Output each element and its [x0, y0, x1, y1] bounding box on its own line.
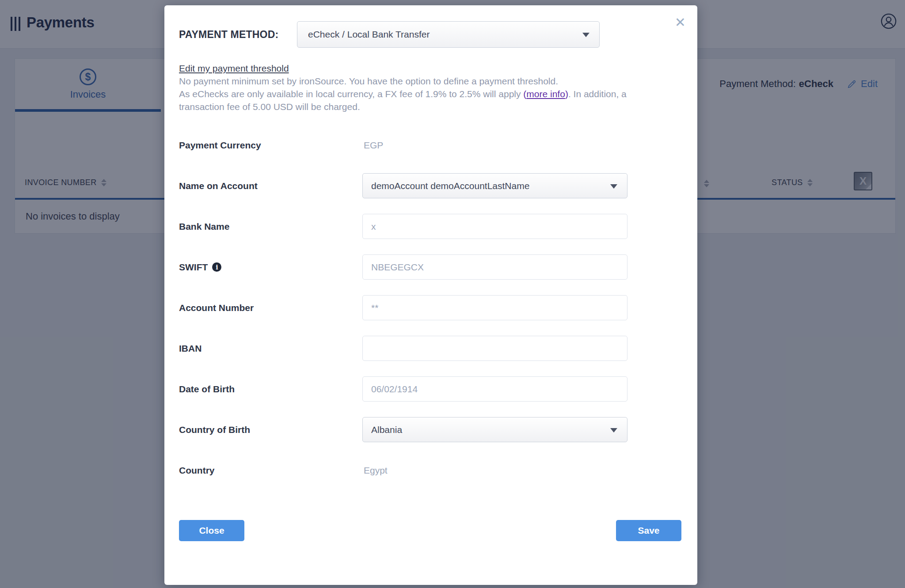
field-row-account-number: Account Number [179, 295, 681, 320]
country-of-birth-select[interactable]: Albania [362, 417, 627, 442]
iban-label: IBAN [179, 343, 362, 354]
payment-currency-label: Payment Currency [179, 140, 362, 151]
payment-method-row: PAYMENT METHOD: eCheck / Local Bank Tran… [179, 21, 681, 48]
payment-method-modal: ✕ PAYMENT METHOD: eCheck / Local Bank Tr… [164, 5, 697, 585]
field-row-iban: IBAN [179, 336, 681, 361]
field-row-country-of-birth: Country of Birth Albania [179, 417, 681, 442]
threshold-info: Edit my payment threshold No payment min… [179, 62, 681, 113]
modal-title: PAYMENT METHOD: [179, 29, 297, 41]
field-row-payment-currency: Payment Currency EGP [179, 133, 681, 158]
close-button[interactable]: Close [179, 520, 244, 541]
modal-footer: Close Save [179, 520, 681, 541]
payment-method-select[interactable]: eCheck / Local Bank Transfer [297, 21, 600, 48]
info-icon[interactable]: i [212, 262, 221, 272]
app-root: Payments $ Invoices Payment Method: eChe… [0, 0, 905, 588]
bank-name-label: Bank Name [179, 221, 362, 232]
threshold-line-1: No payment minimum set by ironSource. Yo… [179, 75, 681, 87]
iban-input[interactable] [362, 336, 627, 361]
swift-label: SWIFT i [179, 262, 362, 273]
edit-threshold-link[interactable]: Edit my payment threshold [179, 63, 289, 73]
chevron-down-icon [582, 33, 589, 37]
date-of-birth-label: Date of Birth [179, 384, 362, 395]
save-button[interactable]: Save [616, 520, 681, 541]
payment-currency-value: EGP [362, 140, 383, 150]
field-row-bank-name: Bank Name [179, 214, 681, 239]
field-row-country: Country Egypt [179, 458, 681, 483]
chevron-down-icon [610, 428, 617, 432]
field-row-date-of-birth: Date of Birth [179, 376, 681, 402]
threshold-line-2: As eChecks are only available in local c… [179, 87, 681, 100]
bank-name-input[interactable] [362, 214, 627, 239]
threshold-line-3: transaction fee of 5.00 USD will be char… [179, 100, 681, 113]
account-number-input[interactable] [362, 295, 627, 320]
close-icon[interactable]: ✕ [675, 16, 686, 29]
swift-input[interactable] [362, 254, 627, 280]
date-of-birth-input[interactable] [362, 376, 627, 402]
field-row-swift: SWIFT i [179, 254, 681, 280]
chevron-down-icon [610, 184, 617, 189]
more-info-link[interactable]: more info [526, 89, 565, 99]
name-on-account-label: Name on Account [179, 181, 362, 191]
country-label: Country [179, 465, 362, 476]
field-row-name-on-account: Name on Account demoAccount demoAccountL… [179, 173, 681, 198]
country-of-birth-label: Country of Birth [179, 425, 362, 435]
name-on-account-select[interactable]: demoAccount demoAccountLastName [362, 173, 627, 198]
country-value: Egypt [362, 465, 388, 475]
account-number-label: Account Number [179, 303, 362, 313]
payment-form: Payment Currency EGP Name on Account dem… [179, 133, 681, 483]
